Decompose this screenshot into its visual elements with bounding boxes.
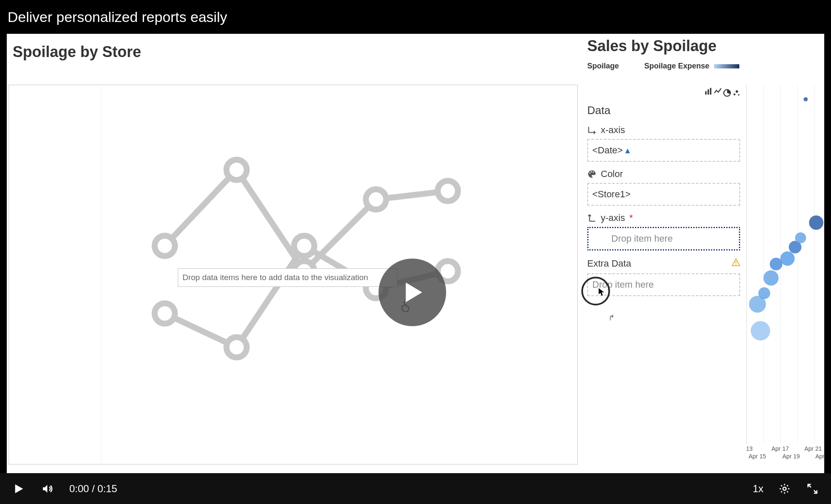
fullscreen-icon bbox=[806, 483, 818, 495]
extra-data-label: Extra Data bbox=[587, 258, 631, 269]
legend-row: Spoilage Spoilage Expense bbox=[587, 57, 824, 75]
svg-rect-10 bbox=[705, 91, 706, 95]
highlight-circle-icon bbox=[581, 277, 610, 305]
right-chart-title: Sales by Spoilage bbox=[587, 34, 824, 57]
color-label: Color bbox=[601, 169, 623, 180]
legend-size-label: Spoilage bbox=[587, 62, 619, 71]
svg-rect-11 bbox=[708, 90, 709, 95]
x-tick: Apr 17 bbox=[771, 445, 789, 452]
config-section-heading: Data bbox=[587, 104, 740, 117]
volume-button[interactable] bbox=[41, 482, 54, 496]
x-axis-drop-target[interactable]: <Date> ▴ bbox=[587, 139, 740, 162]
bubble-point bbox=[795, 232, 806, 243]
svg-point-6 bbox=[226, 337, 247, 357]
svg-point-3 bbox=[366, 189, 386, 210]
bubble-point bbox=[804, 97, 808, 101]
y-axis-drop-target[interactable]: Drop item here bbox=[587, 227, 740, 251]
svg-point-16 bbox=[738, 94, 739, 95]
play-pause-button[interactable] bbox=[12, 482, 25, 496]
svg-point-18 bbox=[591, 171, 592, 172]
y-axis-strip bbox=[9, 85, 101, 464]
required-indicator: * bbox=[629, 212, 633, 223]
svg-point-19 bbox=[593, 172, 594, 173]
x-axis-icon bbox=[587, 125, 597, 135]
line-chart-icon[interactable] bbox=[714, 87, 722, 99]
left-chart-title: Spoilage by Store bbox=[7, 34, 581, 70]
color-field-row: Color bbox=[587, 169, 740, 180]
svg-point-21 bbox=[736, 264, 736, 265]
x-axis-value: <Date> bbox=[592, 145, 623, 155]
bubble-point bbox=[763, 270, 779, 286]
cursor-arrow-icon bbox=[598, 288, 605, 298]
play-icon bbox=[399, 279, 425, 305]
video-frame-content: Spoilage by Store bbox=[7, 34, 824, 473]
svg-point-4 bbox=[438, 181, 458, 201]
chart-drop-hint-text: Drop data items here to add data to the … bbox=[183, 273, 368, 282]
page-title: Deliver personalized reports easily bbox=[8, 9, 227, 25]
x-tick: Apr 19 bbox=[782, 453, 800, 460]
current-time: 0:00 bbox=[69, 483, 89, 494]
gear-icon bbox=[779, 483, 790, 495]
scatter-chart-icon[interactable] bbox=[733, 89, 740, 99]
placeholder-line-icon bbox=[127, 111, 473, 373]
chart-drop-hint[interactable]: Drop data items here to add data to the … bbox=[178, 268, 398, 287]
fullscreen-button[interactable] bbox=[806, 482, 819, 496]
right-panel: Sales by Spoilage Spoilage Spoilage Expe… bbox=[581, 34, 824, 473]
svg-rect-12 bbox=[710, 88, 711, 95]
extra-data-row: Extra Data bbox=[587, 258, 740, 269]
play-icon bbox=[13, 483, 25, 495]
x-axis-label: x-axis bbox=[601, 125, 625, 136]
left-chart-panel: Spoilage by Store bbox=[7, 34, 581, 473]
pie-chart-icon[interactable] bbox=[723, 89, 731, 99]
page-header: Deliver personalized reports easily bbox=[0, 0, 831, 34]
sort-asc-icon[interactable]: ▴ bbox=[625, 145, 630, 155]
video-controls: 0:00 / 0:15 1x bbox=[0, 473, 831, 504]
x-axis-field-row: x-axis bbox=[587, 125, 740, 136]
chart-config-panel: Data x-axis <Date> ▴ Color <Store1> y-ax… bbox=[581, 82, 746, 403]
play-button[interactable] bbox=[379, 259, 446, 326]
y-axis-icon bbox=[587, 213, 597, 223]
x-tick: Apr bbox=[815, 453, 825, 460]
svg-point-15 bbox=[736, 90, 738, 93]
svg-point-22 bbox=[783, 487, 786, 490]
chart-type-toolbar bbox=[587, 87, 740, 99]
svg-point-1 bbox=[226, 160, 247, 180]
bubble-point bbox=[751, 321, 770, 341]
duration: 0:15 bbox=[98, 483, 117, 494]
svg-point-7 bbox=[294, 236, 314, 256]
time-display: 0:00 / 0:15 bbox=[69, 483, 117, 495]
bubble-point bbox=[758, 287, 770, 299]
bubble-point bbox=[780, 251, 795, 266]
legend-color-label: Spoilage Expense bbox=[644, 62, 709, 70]
y-axis-label: y-axis bbox=[601, 212, 625, 223]
color-drop-target[interactable]: <Store1> bbox=[587, 183, 740, 206]
y-axis-placeholder: Drop item here bbox=[593, 233, 673, 244]
svg-point-17 bbox=[589, 172, 591, 174]
extra-data-drop-target[interactable]: Drop item here bbox=[587, 273, 740, 296]
speed-button[interactable]: 1x bbox=[753, 483, 763, 495]
color-value: <Store1> bbox=[592, 189, 631, 199]
settings-button[interactable] bbox=[778, 482, 791, 496]
x-tick: Apr 21 bbox=[804, 445, 822, 452]
legend-gradient-icon bbox=[714, 64, 739, 68]
bubble-chart-area bbox=[746, 84, 824, 444]
volume-icon bbox=[41, 483, 53, 495]
svg-point-14 bbox=[733, 93, 736, 95]
palette-icon bbox=[587, 169, 597, 179]
svg-point-5 bbox=[155, 303, 175, 324]
connector-icon: ↳ bbox=[608, 313, 615, 322]
x-axis-labels: 13 Apr 15 Apr 17 Apr 19 Apr 21 Apr bbox=[746, 445, 824, 462]
x-tick: 13 bbox=[746, 445, 753, 452]
x-tick: Apr 15 bbox=[749, 453, 766, 460]
bubble-point bbox=[809, 215, 823, 230]
bar-chart-icon[interactable] bbox=[705, 87, 712, 99]
warning-icon bbox=[732, 258, 740, 269]
y-axis-field-row: y-axis * bbox=[587, 212, 740, 223]
svg-point-0 bbox=[155, 236, 175, 256]
